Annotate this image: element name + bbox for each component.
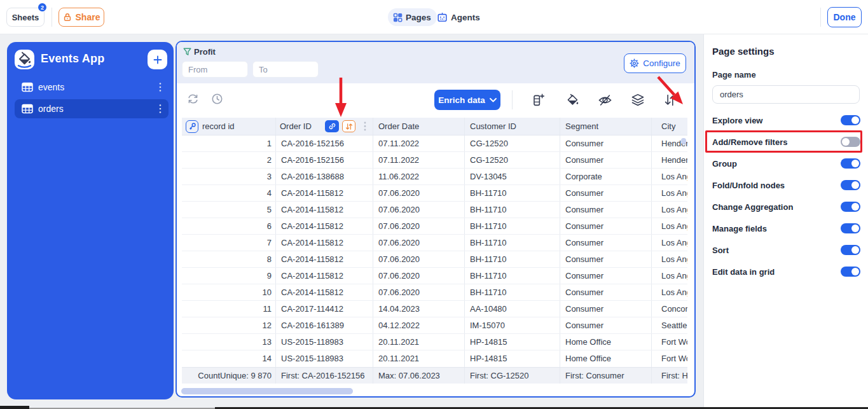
table-cell[interactable]: 11.06.2022	[373, 169, 465, 184]
table-cell[interactable]: Consumer	[560, 202, 652, 218]
table-cell[interactable]: 07.06.2020	[373, 284, 465, 300]
table-row[interactable]: 11CA-2017-11441214.04.2023AA-10480Consum…	[182, 301, 687, 317]
table-cell[interactable]: CA-2014-115812	[276, 251, 373, 267]
table-row[interactable]: 9CA-2014-11581207.06.2020BH-11710Consume…	[182, 268, 687, 284]
table-cell[interactable]: 2	[182, 152, 276, 168]
toggle-sort[interactable]	[841, 245, 860, 255]
toggle-fold-unfold-nodes[interactable]	[841, 180, 860, 190]
sidebar-item-orders[interactable]: orders	[15, 99, 169, 118]
table-cell[interactable]: CA-2016-152156	[276, 152, 373, 168]
link-icon-badge[interactable]	[325, 120, 339, 132]
table-cell[interactable]: Consumer	[560, 284, 652, 300]
table-row[interactable]: 14US-2015-11898320.11.2021HP-14815Home O…	[182, 350, 687, 367]
toggle-edit-data-in-grid[interactable]	[841, 267, 860, 277]
history-icon[interactable]	[211, 93, 223, 105]
tab-agents[interactable]: Agents	[434, 8, 483, 26]
table-cell[interactable]: 20.11.2021	[373, 350, 465, 367]
table-cell[interactable]: 10	[182, 284, 276, 300]
horizontal-scrollbar-thumb[interactable]	[181, 388, 353, 394]
table-cell[interactable]: 5	[182, 202, 276, 218]
page-name-input[interactable]	[712, 85, 860, 104]
table-cell[interactable]: CA-2014-115812	[276, 235, 373, 251]
table-cell[interactable]: Home Office	[560, 350, 652, 367]
table-cell[interactable]: CA-2014-115812	[276, 185, 373, 201]
column-header-order-id[interactable]: Order ID	[276, 118, 373, 135]
table-cell[interactable]: 07.06.2020	[373, 202, 465, 218]
toggle-explore-view[interactable]	[841, 115, 860, 125]
table-cell[interactable]: CA-2017-114412	[276, 301, 373, 317]
done-button[interactable]: Done	[827, 7, 862, 27]
toggle-group[interactable]	[841, 158, 860, 169]
table-cell[interactable]: Consumer	[560, 251, 652, 267]
table-cell[interactable]: Consumer	[560, 268, 652, 284]
table-row[interactable]: 8CA-2014-11581207.06.2020BH-11710Consume…	[182, 251, 687, 268]
add-sheet-button[interactable]	[148, 50, 167, 69]
table-cell[interactable]: Concord	[652, 301, 687, 317]
toggle-manage-fields[interactable]	[841, 223, 860, 233]
table-cell[interactable]: CA-2014-115812	[276, 268, 373, 284]
enrich-data-button[interactable]: Enrich data	[434, 90, 500, 110]
table-cell[interactable]: Consumer	[560, 235, 652, 251]
table-cell[interactable]: 07.06.2020	[373, 218, 465, 234]
table-cell[interactable]: 12	[182, 317, 276, 333]
table-cell[interactable]: 9	[182, 268, 276, 284]
configure-button[interactable]: Configure	[624, 53, 686, 73]
table-cell[interactable]: Los Angeles	[652, 284, 687, 300]
table-cell[interactable]: Consumer	[560, 185, 652, 201]
table-cell[interactable]: Los Angeles	[652, 268, 687, 284]
table-cell[interactable]: 20.11.2021	[373, 334, 465, 350]
table-cell[interactable]: 07.11.2022	[373, 152, 465, 168]
table-row[interactable]: 10CA-2014-11581207.06.2020BH-11710Consum…	[182, 284, 687, 301]
table-cell[interactable]: BH-11710	[465, 235, 560, 251]
table-row[interactable]: 12CA-2016-16138904.12.2022IM-15070Consum…	[182, 317, 687, 334]
table-cell[interactable]: 07.06.2020	[373, 235, 465, 251]
column-header-customer-id[interactable]: Customer ID	[465, 118, 560, 135]
table-cell[interactable]: CA-2014-115812	[276, 202, 373, 218]
table-cell[interactable]: 8	[182, 251, 276, 267]
table-cell[interactable]: CG-12520	[465, 152, 560, 168]
table-cell[interactable]: Corporate	[560, 169, 652, 184]
column-menu-icon[interactable]	[364, 121, 366, 131]
table-row[interactable]: 13US-2015-11898320.11.2021HP-14815Home O…	[182, 334, 687, 350]
table-cell[interactable]: Los Angeles	[652, 251, 687, 267]
table-row[interactable]: 2CA-2016-15215607.11.2022CG-12520Consume…	[182, 152, 687, 169]
column-header-city[interactable]: City	[652, 118, 687, 135]
sidebar-item-events[interactable]: events	[15, 78, 169, 97]
sort-order-badge[interactable]	[342, 120, 355, 132]
table-cell[interactable]: BH-11710	[465, 185, 560, 201]
column-header-record-id[interactable]: record id	[182, 118, 276, 135]
table-cell[interactable]: 1	[182, 135, 276, 151]
add-column-icon[interactable]	[532, 94, 545, 107]
layers-icon[interactable]	[631, 93, 645, 107]
table-cell[interactable]: CA-2016-152156	[276, 135, 373, 151]
filter-to-input[interactable]	[252, 61, 319, 78]
table-cell[interactable]: US-2015-118983	[276, 334, 373, 350]
table-cell[interactable]: 14.04.2023	[373, 301, 465, 317]
table-cell[interactable]: Los Angeles	[652, 185, 687, 201]
table-cell[interactable]: 13	[182, 334, 276, 350]
table-cell[interactable]: 14	[182, 350, 276, 367]
table-cell[interactable]: CA-2016-161389	[276, 317, 373, 333]
fill-color-icon[interactable]	[566, 94, 579, 107]
kebab-menu-icon[interactable]	[159, 82, 162, 92]
table-row[interactable]: 1CA-2016-15215607.11.2022CG-12520Consume…	[182, 135, 687, 152]
table-cell[interactable]: Consumer	[560, 301, 652, 317]
kebab-menu-icon[interactable]	[159, 104, 162, 114]
table-cell[interactable]: Home Office	[560, 334, 652, 350]
table-cell[interactable]: Consumer	[560, 317, 652, 333]
table-cell[interactable]: Consumer	[560, 135, 652, 151]
table-cell[interactable]: CA-2014-115812	[276, 284, 373, 300]
table-cell[interactable]: HP-14815	[465, 334, 560, 350]
table-cell[interactable]: 4	[182, 185, 276, 201]
table-cell[interactable]: Los Angeles	[652, 218, 687, 234]
filter-from-input[interactable]	[182, 61, 248, 78]
table-cell[interactable]: Fort Worth	[652, 350, 687, 367]
table-cell[interactable]: BH-11710	[465, 284, 560, 300]
table-cell[interactable]: CA-2016-138688	[276, 169, 373, 184]
table-row[interactable]: 7CA-2014-11581207.06.2020BH-11710Consume…	[182, 235, 687, 251]
table-row[interactable]: 6CA-2014-11581207.06.2020BH-11710Consume…	[182, 218, 687, 235]
table-row[interactable]: 3CA-2016-13868811.06.2022DV-13045Corpora…	[182, 169, 687, 185]
table-cell[interactable]: 07.06.2020	[373, 251, 465, 267]
refresh-icon[interactable]	[187, 93, 199, 105]
sheets-button[interactable]: Sheets	[6, 8, 45, 27]
